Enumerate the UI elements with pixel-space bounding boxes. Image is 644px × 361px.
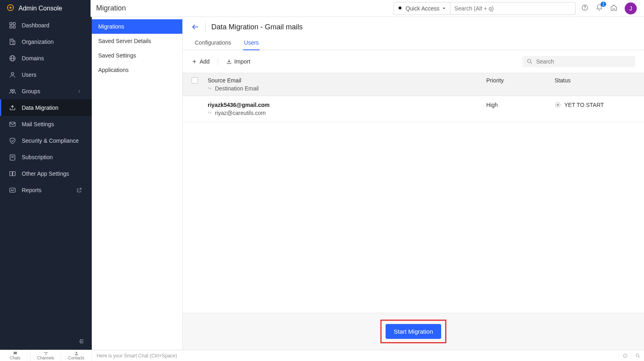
svg-point-38 — [44, 352, 45, 353]
nav-dashboard[interactable]: Dashboard — [0, 17, 92, 33]
smart-chat-input[interactable]: Here is your Smart Chat (Ctrl+Space) — [92, 350, 618, 361]
statusbar-contacts[interactable]: Contacts — [61, 350, 92, 361]
toolbar-divider — [218, 58, 218, 65]
main-area: Dashboard Organization Domains Users Gro… — [0, 17, 644, 350]
search-icon — [635, 353, 641, 359]
subnav-saved-settings[interactable]: Saved Settings — [92, 48, 182, 63]
column-status: Status — [555, 77, 635, 84]
nav-groups[interactable]: Groups — [0, 83, 92, 99]
subarrow-icon — [208, 111, 213, 115]
quick-access-dropdown[interactable]: Quick Access — [394, 2, 450, 14]
svg-rect-25 — [10, 171, 12, 176]
subnav-applications[interactable]: Applications — [92, 63, 182, 77]
add-button[interactable]: Add — [192, 58, 210, 65]
chevron-right-icon — [76, 89, 83, 94]
nav-users[interactable]: Users — [0, 66, 92, 83]
search-icon — [398, 6, 403, 11]
help-button[interactable] — [581, 4, 588, 12]
reports-icon — [9, 187, 16, 194]
svg-rect-8 — [10, 26, 12, 28]
select-all-checkbox[interactable] — [192, 77, 198, 84]
quick-access-label: Quick Access — [406, 5, 440, 12]
svg-rect-7 — [13, 23, 15, 25]
column-source-email: Source Email Destination Email — [208, 77, 486, 92]
page-header: Data Migration - Gmail mails — [183, 17, 644, 34]
mail-icon — [9, 121, 16, 128]
nav-mail-settings[interactable]: Mail Settings — [0, 116, 92, 132]
brand-logo-icon — [6, 4, 14, 13]
list-search-input[interactable] — [536, 58, 631, 65]
spark-icon — [622, 353, 628, 359]
migration-icon — [9, 104, 16, 111]
statusbar: Chats Channels Contacts Here is your Sma… — [0, 350, 644, 361]
apps-icon — [9, 170, 16, 177]
notifications-button[interactable]: 1 — [596, 4, 603, 12]
collapse-sidebar-button[interactable] — [78, 338, 85, 346]
svg-point-19 — [13, 89, 15, 91]
subnav-saved-server-details[interactable]: Saved Server Details — [92, 34, 182, 48]
shield-icon — [9, 137, 16, 144]
nav-data-migration[interactable]: Data Migration — [0, 99, 92, 116]
statusbar-chats[interactable]: Chats — [0, 350, 31, 361]
statusbar-channels[interactable]: Channels — [31, 350, 61, 361]
svg-rect-6 — [10, 23, 12, 25]
user-icon — [9, 71, 16, 78]
svg-point-39 — [46, 352, 47, 353]
svg-line-3 — [401, 9, 402, 10]
page-title: Data Migration - Gmail mails — [211, 23, 303, 31]
statusbar-search[interactable] — [631, 353, 644, 359]
svg-rect-10 — [10, 39, 13, 45]
tab-users[interactable]: Users — [243, 35, 260, 50]
tabs: Configurations Users — [183, 34, 644, 50]
groups-icon — [9, 88, 16, 95]
brand: Admin Console — [0, 0, 91, 17]
import-button[interactable]: Import — [226, 58, 250, 65]
table-header: Source Email Destination Email Priority … — [183, 73, 644, 96]
highlight-annotation: Start Migration — [380, 320, 446, 343]
nav-organization[interactable]: Organization — [0, 33, 92, 50]
nav-reports[interactable]: Reports — [0, 182, 92, 198]
svg-point-40 — [45, 354, 46, 355]
nav-other-apps[interactable]: Other App Settings — [0, 165, 92, 182]
subnav-migrations[interactable]: Migrations — [92, 19, 182, 34]
back-button[interactable] — [191, 23, 206, 31]
import-icon — [226, 59, 232, 64]
svg-point-41 — [76, 352, 77, 353]
contacts-icon — [74, 351, 79, 356]
subarrow-icon — [208, 86, 213, 91]
row-source-email: riyazk5436@gmail.com — [208, 102, 486, 108]
svg-point-35 — [528, 59, 531, 63]
chevron-down-icon — [442, 6, 446, 10]
external-link-icon — [76, 187, 83, 193]
statusbar-action-1[interactable] — [618, 353, 631, 359]
quick-search-container: Quick Access — [393, 2, 576, 15]
channels-icon — [43, 351, 48, 356]
svg-rect-21 — [10, 122, 15, 126]
home-button[interactable] — [610, 4, 617, 12]
table-row[interactable]: riyazk5436@gmail.com riyaz@careutils.com… — [183, 96, 644, 122]
globe-icon — [9, 55, 16, 62]
content-footer: Start Migration — [183, 313, 644, 350]
list-toolbar: Add Import — [183, 50, 644, 73]
row-destination-email: riyaz@careutils.com — [208, 110, 486, 116]
tab-configurations[interactable]: Configurations — [194, 35, 232, 50]
topbar-actions: 1 J — [581, 2, 644, 14]
user-avatar[interactable]: J — [625, 2, 637, 14]
start-migration-button[interactable]: Start Migration — [386, 324, 441, 339]
secondary-nav: Migrations Saved Server Details Saved Se… — [92, 17, 183, 350]
nav-security[interactable]: Security & Compliance — [0, 132, 92, 149]
svg-rect-26 — [13, 171, 15, 176]
organization-icon — [9, 38, 16, 45]
svg-line-36 — [530, 62, 532, 64]
arrow-left-icon — [191, 23, 200, 31]
list-search[interactable] — [522, 56, 635, 67]
select-all-checkbox-cell — [192, 77, 208, 84]
primary-nav: Dashboard Organization Domains Users Gro… — [0, 17, 92, 350]
notification-badge: 1 — [601, 2, 606, 7]
dashboard-icon — [9, 22, 16, 29]
content: Data Migration - Gmail mails Configurati… — [183, 17, 644, 350]
nav-domains[interactable]: Domains — [0, 50, 92, 66]
column-priority: Priority — [486, 77, 555, 84]
nav-subscription[interactable]: Subscription — [0, 149, 92, 165]
global-search-input[interactable] — [450, 5, 575, 12]
